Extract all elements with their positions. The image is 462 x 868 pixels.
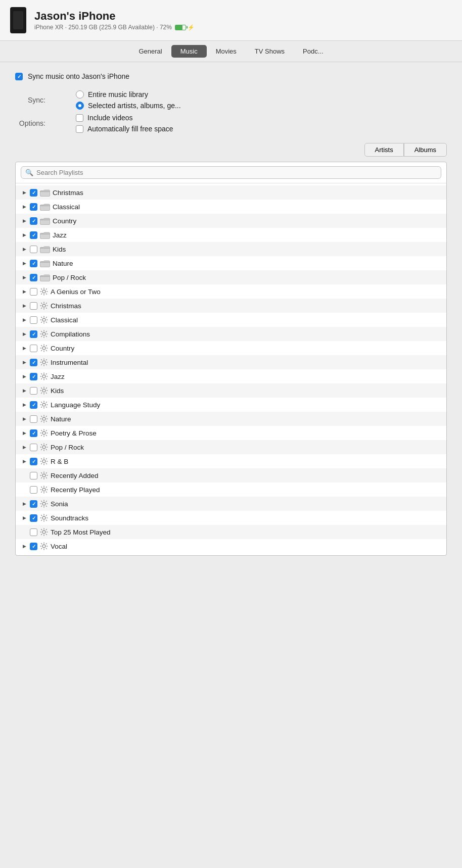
- svg-point-7: [42, 290, 45, 293]
- playlist-checkbox[interactable]: [30, 316, 37, 324]
- svg-line-94: [46, 421, 47, 422]
- svg-line-149: [46, 501, 47, 502]
- playlist-checkbox[interactable]: [30, 373, 37, 380]
- playlist-name: Classical: [53, 203, 441, 211]
- svg-line-147: [41, 501, 42, 502]
- svg-point-151: [42, 516, 45, 519]
- gear-icon: [39, 485, 49, 494]
- expand-arrow[interactable]: [21, 388, 28, 393]
- sync-selected-radio[interactable]: [76, 102, 84, 110]
- expand-arrow[interactable]: [21, 501, 28, 506]
- expand-arrow[interactable]: [21, 360, 28, 365]
- tab-music[interactable]: Music: [171, 45, 207, 58]
- playlist-checkbox[interactable]: [30, 444, 37, 451]
- tab-tvshows[interactable]: TV Shows: [246, 45, 294, 58]
- sync-entire-library: Entire music library: [76, 90, 181, 99]
- tab-artists[interactable]: Artists: [364, 143, 404, 157]
- playlist-checkbox[interactable]: [30, 472, 37, 479]
- expand-arrow[interactable]: [21, 303, 28, 308]
- list-item: Country: [16, 341, 446, 355]
- svg-line-111: [41, 444, 42, 445]
- expand-arrow[interactable]: [21, 416, 28, 421]
- gear-icon: [39, 400, 49, 409]
- tab-general[interactable]: General: [129, 45, 171, 58]
- expand-arrow[interactable]: [21, 204, 28, 209]
- list-item: Nature: [16, 256, 446, 270]
- list-item: Kids: [16, 383, 446, 398]
- sync-entire-label: Entire music library: [88, 90, 148, 99]
- include-videos-item: Include videos: [76, 114, 173, 122]
- playlist-checkbox[interactable]: [30, 231, 37, 239]
- playlist-checkbox[interactable]: [30, 345, 37, 352]
- expand-arrow[interactable]: [21, 247, 28, 252]
- svg-line-48: [41, 345, 42, 346]
- playlist-checkbox[interactable]: [30, 260, 37, 267]
- expand-arrow[interactable]: [21, 232, 28, 237]
- expand-arrow[interactable]: [21, 544, 28, 549]
- playlist-checkbox[interactable]: [30, 514, 37, 522]
- folder-icon: [39, 259, 51, 267]
- svg-line-51: [41, 350, 42, 351]
- search-input[interactable]: [36, 169, 437, 176]
- playlist-checkbox[interactable]: [30, 387, 37, 395]
- gear-icon: [39, 344, 49, 353]
- options-checkboxes: Include videos Automatically fill free s…: [76, 114, 173, 133]
- include-videos-checkbox[interactable]: [76, 114, 83, 122]
- autofill-checkbox[interactable]: [76, 125, 83, 133]
- expand-arrow[interactable]: [21, 218, 28, 223]
- playlist-checkbox[interactable]: [30, 415, 37, 423]
- svg-line-68: [46, 373, 47, 374]
- tab-albums[interactable]: Albums: [404, 143, 447, 157]
- svg-point-43: [42, 347, 45, 350]
- playlist-name: Nature: [53, 260, 441, 267]
- playlist-checkbox[interactable]: [30, 401, 37, 409]
- expand-arrow[interactable]: [21, 317, 28, 322]
- svg-line-93: [41, 416, 42, 417]
- svg-line-114: [41, 449, 42, 450]
- svg-line-49: [46, 350, 47, 351]
- expand-arrow[interactable]: [21, 374, 28, 379]
- svg-line-157: [46, 520, 47, 521]
- svg-line-12: [41, 288, 42, 290]
- playlist-checkbox[interactable]: [30, 274, 37, 281]
- expand-arrow[interactable]: [21, 331, 28, 336]
- expand-arrow[interactable]: [21, 402, 28, 407]
- list-item: Compilations: [16, 327, 446, 341]
- playlist-checkbox[interactable]: [30, 288, 37, 296]
- svg-line-33: [41, 322, 42, 323]
- device-header: Jason's iPhone iPhone XR · 250.19 GB (22…: [0, 0, 462, 41]
- sync-option-row: Sync: Entire music library Selected arti…: [15, 90, 447, 110]
- playlist-checkbox[interactable]: [30, 330, 37, 338]
- expand-arrow[interactable]: [21, 261, 28, 266]
- expand-arrow[interactable]: [21, 430, 28, 436]
- playlist-checkbox[interactable]: [30, 359, 37, 366]
- svg-point-61: [42, 375, 45, 378]
- playlist-checkbox[interactable]: [30, 429, 37, 437]
- svg-line-31: [46, 322, 47, 323]
- playlist-checkbox[interactable]: [30, 528, 37, 536]
- playlist-checkbox[interactable]: [30, 543, 37, 550]
- expand-arrow[interactable]: [21, 190, 28, 195]
- playlist-checkbox[interactable]: [30, 217, 37, 225]
- playlist-checkbox[interactable]: [30, 203, 37, 211]
- expand-arrow[interactable]: [21, 459, 28, 464]
- list-item: Christmas: [16, 299, 446, 313]
- playlist-checkbox[interactable]: [30, 500, 37, 508]
- svg-line-78: [41, 393, 42, 394]
- expand-arrow[interactable]: [21, 515, 28, 520]
- playlist-checkbox[interactable]: [30, 189, 37, 197]
- playlist-checkbox[interactable]: [30, 458, 37, 465]
- playlist-checkbox[interactable]: [30, 302, 37, 310]
- expand-arrow[interactable]: [21, 346, 28, 351]
- playlist-checkbox[interactable]: [30, 246, 37, 253]
- expand-arrow[interactable]: [21, 445, 28, 450]
- sync-entire-radio[interactable]: [76, 90, 84, 99]
- expand-arrow[interactable]: [21, 275, 28, 280]
- svg-line-129: [41, 472, 42, 473]
- gear-icon: [39, 329, 49, 339]
- expand-arrow[interactable]: [21, 289, 28, 294]
- tab-movies[interactable]: Movies: [207, 45, 246, 58]
- playlist-checkbox[interactable]: [30, 486, 37, 494]
- tab-podcasts[interactable]: Podc...: [294, 45, 332, 58]
- sync-music-checkbox[interactable]: [15, 73, 23, 80]
